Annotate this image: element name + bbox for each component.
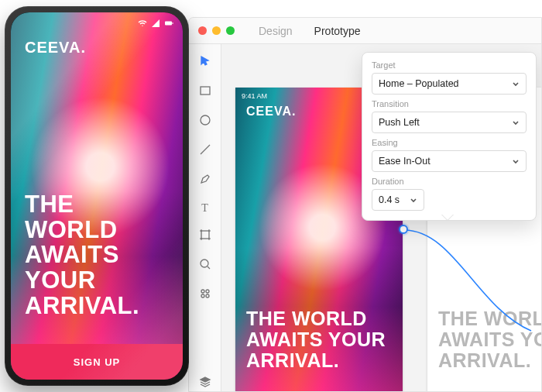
signup-button[interactable]: SIGN UP	[11, 344, 183, 380]
transition-value: Push Left	[379, 117, 420, 128]
battery-icon	[164, 19, 173, 28]
hero-headline: THE WORLD AWAITS YOUR ARRIVAL.	[25, 192, 169, 319]
svg-point-6	[201, 294, 204, 297]
device-preview: CEEVA THE WORLD AWAITS YOUR ARRIVAL. SIG…	[5, 6, 189, 386]
hero-headline: THE WORLD AWAITS YOUR ARRIVAL.	[438, 308, 541, 371]
pen-tool-icon[interactable]	[199, 173, 211, 188]
device-screen: CEEVA THE WORLD AWAITS YOUR ARRIVAL. SIG…	[11, 12, 183, 380]
brand-logo: CEEVA	[25, 39, 86, 57]
easing-value: Ease In-Out	[379, 156, 431, 167]
easing-select[interactable]: Ease In-Out	[372, 150, 527, 172]
target-label: Target	[372, 60, 527, 70]
mode-tabs: Design Prototype	[259, 25, 361, 37]
chevron-down-icon	[410, 196, 417, 204]
svg-point-5	[206, 290, 209, 293]
brand-logo: CEEVA	[246, 105, 296, 119]
design-app-window: Design Prototype T 9:41 AM CEEVA THE WOR…	[188, 17, 542, 392]
text-tool-icon[interactable]: T	[201, 202, 208, 215]
select-tool-icon[interactable]	[199, 55, 211, 70]
rectangle-tool-icon[interactable]	[199, 84, 211, 100]
prototype-link-handle[interactable]	[399, 225, 408, 234]
window-minimize-icon[interactable]	[212, 26, 221, 35]
layers-panel-icon[interactable]	[199, 376, 211, 391]
window-zoom-icon[interactable]	[226, 26, 235, 35]
tab-design[interactable]: Design	[259, 25, 293, 37]
svg-point-7	[206, 294, 209, 297]
tool-toolbar: T	[189, 44, 221, 391]
statusbar-time: 9:41 AM	[242, 92, 267, 100]
canvas[interactable]: 9:41 AM CEEVA THE WORLD AWAITS YOUR ARRI…	[221, 44, 541, 391]
easing-label: Easing	[372, 138, 527, 147]
svg-point-1	[201, 115, 210, 125]
chevron-down-icon	[512, 157, 520, 165]
svg-rect-0	[201, 87, 210, 95]
duration-select[interactable]: 0.4 s	[372, 189, 424, 211]
hero-headline: THE WORLD AWAITS YOUR ARRIVAL.	[246, 308, 392, 371]
svg-rect-9	[173, 22, 173, 24]
svg-point-3	[201, 260, 208, 267]
signal-icon	[151, 19, 160, 28]
transition-select[interactable]: Push Left	[372, 112, 527, 133]
window-close-icon[interactable]	[198, 26, 207, 35]
zoom-tool-icon[interactable]	[199, 258, 211, 273]
svg-rect-8	[165, 22, 172, 26]
duration-value: 0.4 s	[379, 194, 400, 205]
window-titlebar: Design Prototype	[189, 18, 541, 44]
tab-prototype[interactable]: Prototype	[314, 25, 361, 37]
wifi-icon	[138, 19, 147, 28]
device-status-bar	[11, 17, 183, 29]
line-tool-icon[interactable]	[199, 143, 211, 159]
duration-label: Duration	[372, 177, 527, 186]
artboard-tool-icon[interactable]	[199, 229, 211, 244]
svg-rect-2	[201, 231, 209, 239]
repeat-grid-tool-icon[interactable]	[199, 287, 211, 303]
ellipse-tool-icon[interactable]	[199, 114, 211, 129]
chevron-down-icon	[512, 80, 520, 88]
svg-point-4	[201, 290, 204, 293]
target-value: Home – Populated	[379, 78, 459, 89]
chevron-down-icon	[512, 119, 520, 126]
interaction-popover: Target Home – Populated Transition Push …	[362, 52, 537, 221]
target-select[interactable]: Home – Populated	[372, 73, 527, 95]
transition-label: Transition	[372, 99, 527, 108]
